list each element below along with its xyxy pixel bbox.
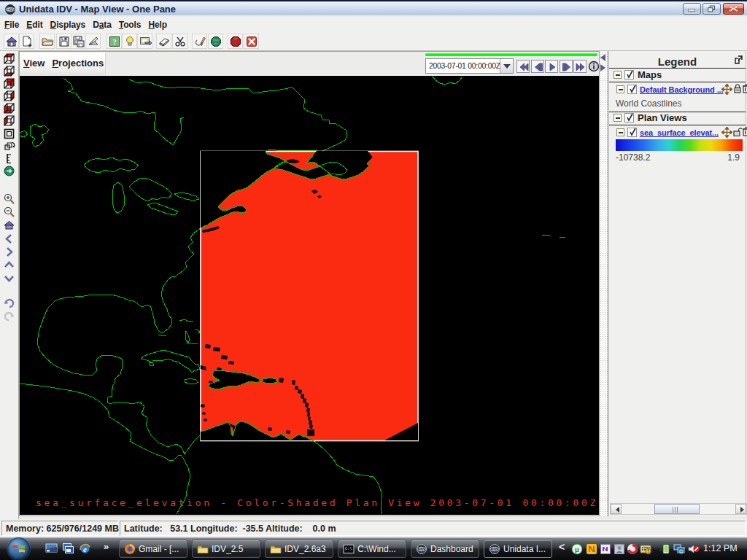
map-display-checkbox[interactable] xyxy=(627,85,637,94)
play-button[interactable] xyxy=(545,60,558,73)
zoom-in-button[interactable] xyxy=(3,192,15,205)
speaker-mute-icon[interactable] xyxy=(688,543,700,555)
menu-displays[interactable]: Displays xyxy=(47,17,90,30)
panel-splitter[interactable] xyxy=(600,51,608,516)
pan-left-button[interactable] xyxy=(3,233,15,245)
default-background-link[interactable]: Default Background ... xyxy=(640,85,724,94)
plan-display-toggle[interactable] xyxy=(616,128,624,136)
minimize-button[interactable] xyxy=(683,3,701,15)
menu-projections[interactable]: Projections xyxy=(48,52,106,69)
internet-explorer-button[interactable]: e xyxy=(79,542,91,555)
drawing-control-button[interactable] xyxy=(192,34,207,49)
maps-group-toggle[interactable] xyxy=(614,71,622,79)
exit-idv-button[interactable] xyxy=(244,34,259,49)
animation-properties-button[interactable] xyxy=(588,61,601,74)
window-switcher-button[interactable] xyxy=(62,542,74,555)
menu-edit[interactable]: Edit xyxy=(23,17,46,30)
save-bundle-button[interactable] xyxy=(56,34,71,49)
view-north-button[interactable] xyxy=(3,77,15,90)
task-button-2[interactable]: IDV_2.5 xyxy=(192,540,260,558)
perspective-view-button[interactable] xyxy=(3,128,15,140)
view-south-button[interactable] xyxy=(3,102,15,114)
plan-display-checkbox[interactable] xyxy=(627,128,637,137)
cut-displays-button[interactable] xyxy=(172,34,187,49)
menu-file[interactable]: File xyxy=(1,17,23,30)
trash-icon[interactable] xyxy=(743,127,747,136)
view-bottom-button[interactable] xyxy=(3,65,15,77)
lock-closed-icon[interactable] xyxy=(733,84,742,93)
scrollbar-thumb[interactable] xyxy=(654,504,700,514)
network-icon[interactable] xyxy=(673,543,685,555)
auto-rotate-globe-button[interactable] xyxy=(3,165,15,177)
menu-view[interactable]: View xyxy=(20,52,48,69)
close-button[interactable] xyxy=(723,3,744,15)
show-dashboard-button[interactable] xyxy=(4,34,19,49)
task-button-3[interactable]: IDV_2.6a3 xyxy=(265,540,333,558)
task-button-6[interactable]: IDVUnidata I... xyxy=(484,540,552,558)
erase-displays-button[interactable] xyxy=(156,34,171,49)
view-west-button[interactable] xyxy=(3,114,15,127)
new-bundle-button[interactable] xyxy=(19,34,34,49)
go-to-start-button[interactable] xyxy=(516,60,530,73)
zoom-out-button[interactable] xyxy=(3,206,15,218)
lock-open-icon[interactable] xyxy=(733,127,743,136)
plan-views-group-toggle[interactable] xyxy=(614,114,622,122)
view-east-button[interactable] xyxy=(3,90,15,102)
menu-help[interactable]: Help xyxy=(144,17,171,30)
pan-up-button[interactable] xyxy=(3,259,15,271)
step-forward-button[interactable] xyxy=(560,60,573,73)
vertical-scale-button[interactable] xyxy=(3,152,15,165)
sea-surface-elevation-link[interactable]: sea_surface_elevat... xyxy=(640,128,719,137)
task-button-1[interactable]: Gmail - [... xyxy=(119,540,187,558)
task-button-4[interactable]: C:\C:\Wind... xyxy=(338,540,406,558)
go-to-end-button[interactable] xyxy=(573,60,587,73)
stop-loads-button[interactable] xyxy=(228,34,243,49)
projection-globe-button[interactable] xyxy=(208,34,223,49)
map-display-toggle[interactable] xyxy=(616,85,624,93)
scroll-left-button[interactable] xyxy=(611,504,622,514)
undo-button[interactable] xyxy=(3,297,15,309)
help-button[interactable]: ? xyxy=(107,34,122,49)
time-dropdown-button[interactable] xyxy=(500,59,513,73)
undock-icon[interactable] xyxy=(735,55,743,64)
power-plug-icon[interactable] xyxy=(659,543,671,555)
move-icon[interactable] xyxy=(721,84,732,95)
trash-icon[interactable] xyxy=(743,84,747,93)
open-bundle-button[interactable] xyxy=(39,34,55,49)
reset-home-button[interactable] xyxy=(3,219,15,231)
view-top-button[interactable] xyxy=(3,52,15,65)
show-desktop-button[interactable] xyxy=(45,542,58,555)
legend-horizontal-scrollbar[interactable] xyxy=(610,503,747,515)
orange-n-icon[interactable] xyxy=(586,543,597,555)
collapse-right-icon[interactable] xyxy=(600,64,605,71)
task-button-5[interactable]: IDVDashboard xyxy=(411,540,479,558)
restore-button[interactable] xyxy=(703,3,721,15)
maps-group-checkbox[interactable] xyxy=(624,70,634,79)
menu-tools[interactable]: Tools xyxy=(115,17,145,30)
save-as-bundle-button[interactable] xyxy=(71,34,86,49)
start-button[interactable] xyxy=(7,537,30,560)
purple-note-icon[interactable] xyxy=(600,543,611,555)
rotate-view-button[interactable] xyxy=(3,140,15,152)
plan-views-group-checkbox[interactable] xyxy=(624,113,634,122)
quick-launch-chevron[interactable]: » xyxy=(104,541,109,552)
publish-button[interactable] xyxy=(85,34,101,49)
pan-right-button[interactable] xyxy=(3,246,15,258)
tray-collapse-arrow[interactable]: < xyxy=(559,541,565,553)
time-combobox[interactable]: 2003-07-01 00:00:00Z xyxy=(425,58,514,74)
keyboard-icon[interactable]: ! xyxy=(640,543,651,555)
collapse-left-icon[interactable] xyxy=(600,54,605,61)
red-swirl-icon[interactable] xyxy=(627,543,638,555)
messenger-icon[interactable] xyxy=(614,543,625,555)
step-back-button[interactable] xyxy=(531,60,544,73)
capture-image-button[interactable] xyxy=(137,34,152,49)
move-icon[interactable] xyxy=(721,127,732,138)
color-scale-bar[interactable] xyxy=(616,139,743,151)
redo-button[interactable] xyxy=(3,310,15,322)
tip-of-day-button[interactable] xyxy=(122,34,137,49)
utorrent-icon[interactable]: µ xyxy=(571,543,583,555)
map-canvas[interactable]: sea_surface_elevation - Color-Shaded Pla… xyxy=(20,76,599,515)
pan-down-button[interactable] xyxy=(3,272,15,284)
scroll-right-button[interactable] xyxy=(735,504,746,514)
menu-data[interactable]: Data xyxy=(89,17,115,30)
